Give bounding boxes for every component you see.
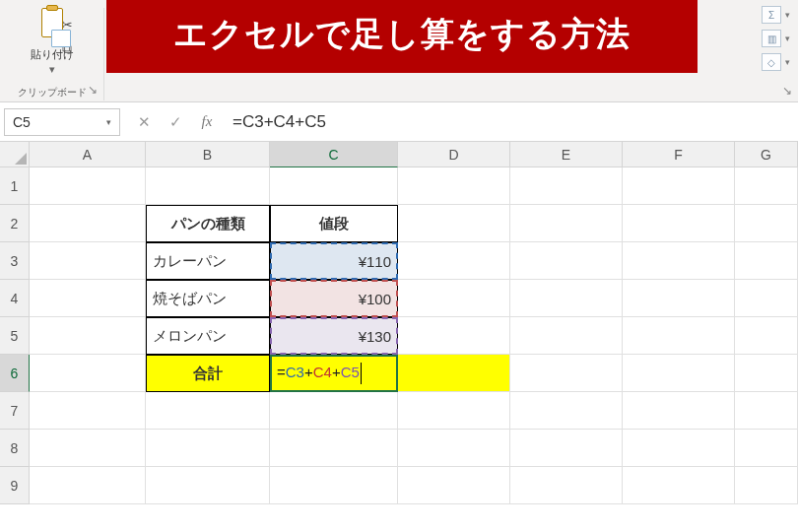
cell-C8[interactable]: [270, 430, 398, 467]
cell-B6[interactable]: 合計: [146, 355, 270, 392]
cell-A4[interactable]: [30, 280, 146, 317]
col-A-header[interactable]: A: [30, 142, 146, 167]
cell-E4[interactable]: [510, 280, 623, 317]
cell-G4[interactable]: [735, 280, 798, 317]
cell-A6[interactable]: [30, 355, 146, 392]
cell-D5[interactable]: [398, 317, 510, 355]
cell-D9[interactable]: [398, 467, 510, 504]
cell-G6[interactable]: [735, 355, 798, 392]
cell-F7[interactable]: [623, 392, 735, 430]
fill-dropdown[interactable]: ▾: [785, 33, 790, 43]
cell-B4[interactable]: 焼そばパン: [146, 280, 270, 317]
enter-formula-button[interactable]: ✓: [160, 113, 191, 131]
fill-button[interactable]: ▥: [762, 30, 781, 47]
cell-C6[interactable]: =C3+C4+C5: [270, 355, 398, 392]
cell-G8[interactable]: [735, 430, 798, 467]
paste-dropdown[interactable]: ▾: [49, 63, 55, 76]
cell-B7[interactable]: [146, 392, 270, 430]
cell-C2[interactable]: 値段: [270, 205, 398, 242]
col-E-header[interactable]: E: [510, 142, 623, 167]
cell-G9[interactable]: [735, 467, 798, 504]
cell-E2[interactable]: [510, 205, 623, 242]
cell-D8[interactable]: [398, 430, 510, 467]
cell-A1[interactable]: [30, 167, 146, 205]
cell-D6[interactable]: [398, 355, 510, 392]
cell-F4[interactable]: [623, 280, 735, 317]
cell-A3[interactable]: [30, 242, 146, 280]
cell-A8[interactable]: [30, 430, 146, 467]
autosum-button[interactable]: Σ: [762, 6, 781, 24]
clear-dropdown[interactable]: ▾: [785, 57, 790, 67]
cell-F9[interactable]: [623, 467, 735, 504]
formula-cell-content: =C3+C4+C5: [277, 363, 362, 384]
name-box[interactable]: C5 ▾: [4, 108, 120, 136]
col-F-header[interactable]: F: [623, 142, 735, 167]
cell-B1[interactable]: [146, 167, 270, 205]
formula-input[interactable]: =C3+C4+C5: [223, 112, 794, 132]
clear-button[interactable]: ◇: [762, 53, 781, 71]
cell-G7[interactable]: [735, 392, 798, 430]
row-1-header[interactable]: 1: [0, 167, 30, 205]
cancel-formula-button[interactable]: ✕: [128, 113, 160, 131]
row-7-header[interactable]: 7: [0, 392, 30, 430]
cell-A7[interactable]: [30, 392, 146, 430]
cell-B5[interactable]: メロンパン: [146, 317, 270, 355]
cell-E3[interactable]: [510, 242, 623, 280]
cell-C7[interactable]: [270, 392, 398, 430]
cell-A9[interactable]: [30, 467, 146, 504]
select-all-button[interactable]: [0, 142, 30, 167]
ribbon: ✂ ⧉ 貼り付け ▾ クリップボード ↘ エクセルで足し算をする方法 Σ ▾ ▥…: [0, 0, 798, 102]
col-D-header[interactable]: D: [398, 142, 510, 167]
cell-F2[interactable]: [623, 205, 735, 242]
row-9-header[interactable]: 9: [0, 467, 30, 504]
cell-G2[interactable]: [735, 205, 798, 242]
cell-C3[interactable]: ¥110: [270, 242, 398, 280]
row-6-header[interactable]: 6: [0, 355, 30, 392]
cell-B3[interactable]: カレーパン: [146, 242, 270, 280]
row-4-header[interactable]: 4: [0, 280, 30, 317]
row-5-header[interactable]: 5: [0, 317, 30, 355]
col-G-header[interactable]: G: [735, 142, 798, 167]
clipboard-group: ✂ ⧉ 貼り付け ▾ クリップボード ↘: [0, 8, 104, 100]
cell-E9[interactable]: [510, 467, 623, 504]
cell-D3[interactable]: [398, 242, 510, 280]
cell-G1[interactable]: [735, 167, 798, 205]
cell-G5[interactable]: [735, 317, 798, 355]
cell-F3[interactable]: [623, 242, 735, 280]
cell-D1[interactable]: [398, 167, 510, 205]
formula-text: =C3+C4+C5: [233, 112, 326, 131]
cell-A2[interactable]: [30, 205, 146, 242]
cell-C4[interactable]: ¥100: [270, 280, 398, 317]
cell-A5[interactable]: [30, 317, 146, 355]
cell-F8[interactable]: [623, 430, 735, 467]
cell-C9[interactable]: [270, 467, 398, 504]
row-3-header[interactable]: 3: [0, 242, 30, 280]
cell-E1[interactable]: [510, 167, 623, 205]
cell-D4[interactable]: [398, 280, 510, 317]
cell-F5[interactable]: [623, 317, 735, 355]
cell-B2[interactable]: パンの種類: [146, 205, 270, 242]
ribbon-right-launcher[interactable]: ↘: [782, 84, 792, 98]
cell-B9[interactable]: [146, 467, 270, 504]
clipboard-launcher[interactable]: ↘: [88, 83, 98, 97]
col-C-header[interactable]: C: [270, 142, 398, 167]
cell-C5[interactable]: ¥130: [270, 317, 398, 355]
cell-D2[interactable]: [398, 205, 510, 242]
cell-E8[interactable]: [510, 430, 623, 467]
cell-D7[interactable]: [398, 392, 510, 430]
cell-E6[interactable]: [510, 355, 623, 392]
cell-F1[interactable]: [623, 167, 735, 205]
autosum-dropdown[interactable]: ▾: [785, 10, 790, 20]
cell-G3[interactable]: [735, 242, 798, 280]
row-8-header[interactable]: 8: [0, 430, 30, 467]
cell-B8[interactable]: [146, 430, 270, 467]
name-box-dropdown[interactable]: ▾: [106, 117, 111, 127]
cell-E7[interactable]: [510, 392, 623, 430]
row-2-header[interactable]: 2: [0, 205, 30, 242]
cell-C1[interactable]: [270, 167, 398, 205]
col-B-header[interactable]: B: [146, 142, 270, 167]
cell-F6[interactable]: [623, 355, 735, 392]
insert-function-button[interactable]: fx: [191, 113, 223, 130]
cell-E5[interactable]: [510, 317, 623, 355]
paste-button[interactable]: 貼り付け ▾: [31, 8, 74, 76]
